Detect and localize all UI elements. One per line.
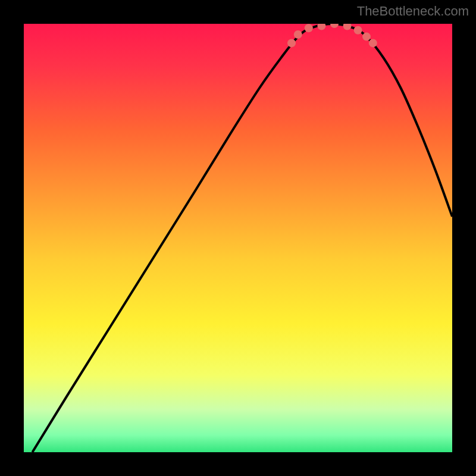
bottleneck-curve (32, 24, 452, 452)
marker-dot (362, 33, 371, 41)
attribution-text: TheBottleneck.com (357, 4, 469, 19)
marker-dot (354, 26, 362, 35)
marker-dot (287, 39, 296, 47)
optimal-markers (287, 24, 377, 47)
marker-dot (317, 24, 325, 30)
marker-dot (294, 30, 302, 39)
marker-dot (305, 24, 313, 32)
chart-svg (24, 24, 452, 452)
marker-dot (343, 24, 352, 30)
marker-dot (369, 39, 377, 47)
marker-dot (330, 24, 339, 28)
plot-area (24, 24, 452, 452)
